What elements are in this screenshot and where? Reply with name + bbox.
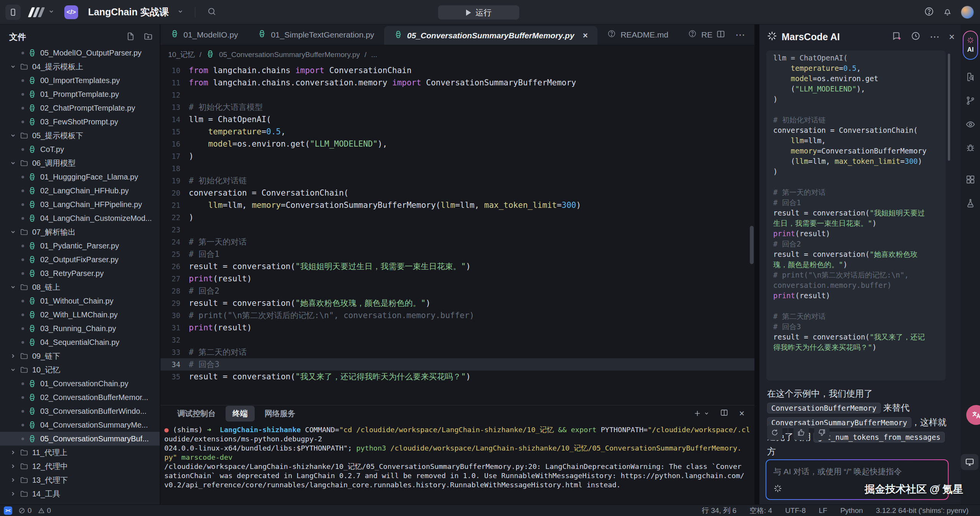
ai-chat-input[interactable] [766,460,948,482]
tree-file[interactable]: 02_OutputFixParser.py [0,253,160,266]
editor-tab[interactable]: 01_SimpleTextGeneration.py [248,24,384,45]
tree-folder[interactable]: 05_提示模板下 [0,129,160,142]
terminal-output[interactable]: ● (shims) ➜ LangChain-shizhanke COMMAND=… [160,421,754,490]
chevron-down-icon[interactable] [48,8,54,16]
tree-folder[interactable]: 14_工具 [0,487,160,501]
tree-file[interactable]: 03_RetryParser.py [0,266,160,280]
source-control-branch-icon[interactable] [965,96,975,107]
tree-file[interactable]: 01_PromptTemplate.py [0,87,160,101]
tree-file[interactable]: 05_ConversationSummaryBuf... [0,432,160,446]
file-search-icon[interactable] [965,72,975,83]
tree-folder[interactable]: 06_调用模型 [0,156,160,170]
tree-item-label: 05_提示模板下 [32,131,83,141]
folder-icon [20,448,28,457]
tree-file[interactable]: 03_FewShotPrompt.py [0,115,160,129]
status-item[interactable]: 空格: 4 [749,506,772,516]
test-flask-icon[interactable] [965,198,975,210]
close-panel-icon[interactable]: × [739,408,744,419]
breadcrumb[interactable]: 10_记忆 / 05_ConversationSummaryBufferMemo… [160,45,754,64]
new-file-icon[interactable] [126,32,135,42]
status-item[interactable]: UTF-8 [785,506,806,515]
ai-code-block[interactable]: llm = ChatOpenAI( temperature=0.5, model… [766,51,946,380]
history-icon[interactable] [911,31,921,42]
editor-tab[interactable]: 01_ModelIO.py [160,24,248,45]
search-icon[interactable] [207,7,217,18]
tree-item-label: 02_ChatPromptTemplate.py [40,104,135,113]
tree-file[interactable]: 04_ConversationSummaryMe... [0,418,160,432]
tree-file[interactable]: 00_ImportTemplates.py [0,73,160,87]
extensions-grid-icon[interactable] [965,175,975,186]
preview-eye-icon[interactable] [965,119,975,131]
tree-file[interactable]: 01_HugggingFace_Llama.py [0,170,160,184]
remote-indicator-icon[interactable]: >< [4,506,12,515]
tree-folder[interactable]: 10_记忆 [0,363,160,377]
tree-file[interactable]: 04_SequentialChain.py [0,335,160,349]
status-item[interactable]: 行 34, 列 6 [702,506,736,516]
status-item[interactable]: LF [819,506,827,515]
thumbs-up-icon[interactable] [793,425,809,440]
marscode-logo-icon[interactable] [30,7,43,17]
thumbs-down-icon[interactable] [814,425,829,440]
tree-folder[interactable]: 09_链下 [0,349,160,363]
code-editor[interactable]: 10from langchain.chains import Conversat… [160,64,754,405]
editor-tab[interactable]: 05_ConversationSummaryBufferMemory.py× [384,26,597,45]
panel-tab-网络服务[interactable]: 网络服务 [258,406,302,421]
breadcrumb-file[interactable]: 05_ConversationSummaryBufferMemory.py [219,51,360,59]
user-avatar[interactable] [961,6,974,19]
debug-bug-icon[interactable] [965,143,975,155]
tree-folder[interactable]: 13_代理下 [0,473,160,487]
status-item[interactable]: 3.12.2 64-bit ('shims': pyenv) [876,506,969,515]
code-token: # 第二天的对话 [189,346,247,358]
tree-folder[interactable]: 04_提示模板上 [0,60,160,73]
sidebar-toggle-button[interactable] [5,5,21,20]
tree-file[interactable]: 03_Running_Chain.py [0,322,160,335]
project-title[interactable]: LangChain 实战课 [88,6,169,18]
chevron-down-icon [10,160,16,166]
code-line: 10from langchain.chains import Conversat… [160,64,754,77]
tree-folder[interactable]: 08_链上 [0,280,160,294]
project-chevron-down-icon[interactable] [177,8,183,16]
panel-tab-终端[interactable]: 终端 [226,406,255,421]
input-spark-icon[interactable] [773,484,782,495]
tree-file[interactable]: 03_ConversationBufferWindo... [0,404,160,418]
tree-folder[interactable]: 12_代理中 [0,459,160,473]
help-icon[interactable] [924,7,934,18]
ai-scrollbar[interactable] [948,54,950,161]
tree-folder[interactable]: 11_代理上 [0,446,160,459]
monitor-button[interactable] [961,454,978,470]
tree-file[interactable]: 02_ConversationBufferMemor... [0,390,160,404]
tree-file[interactable]: 01_Pydantic_Parser.py [0,239,160,253]
ai-more-icon[interactable]: ⋯ [930,31,940,43]
new-chat-icon[interactable] [892,31,901,42]
tree-file[interactable]: 01_ConversationChain.py [0,377,160,390]
tree-folder[interactable]: 07_解析输出 [0,225,160,239]
ai-close-icon[interactable]: × [949,31,955,43]
panel-tab-调试控制台[interactable]: 调试控制台 [170,406,223,421]
ai-activity-badge[interactable]: AI [963,31,978,60]
tree-file[interactable]: 01_Without_Chain.py [0,294,160,308]
code-token: # 回合3 [189,358,219,371]
new-terminal-icon[interactable] [693,409,709,418]
notifications-bell-icon[interactable] [942,7,952,18]
breadcrumb-folder[interactable]: 10_记忆 [168,50,195,60]
regenerate-icon[interactable] [767,425,782,440]
editor-tab[interactable]: README.md [597,24,678,45]
more-actions-icon[interactable]: ⋯ [735,29,746,41]
editor-scrollbar[interactable] [750,226,754,264]
tree-file[interactable]: 02_ChatPromptTemplate.py [0,101,160,115]
close-tab-icon[interactable]: × [583,31,588,41]
tree-file[interactable]: 05_ModelIO_OutputParser.py [0,46,160,60]
run-button[interactable]: 运行 [438,5,519,20]
warning-count[interactable]: 0 [38,506,51,515]
error-count[interactable]: 0 [18,506,32,515]
tree-file[interactable]: 03_LangChain_HFPipeline.py [0,198,160,211]
tree-file[interactable]: 02_With_LLMChain.py [0,308,160,322]
new-folder-icon[interactable] [144,32,153,42]
split-panel-icon[interactable] [720,408,728,418]
status-item[interactable]: Python [840,506,863,515]
code-token: v0.2/api_reference/core/runnables/langch… [164,481,621,489]
split-editor-icon[interactable] [716,29,725,40]
tree-file[interactable]: CoT.py [0,142,160,156]
tree-file[interactable]: 02_LangChain_HFHub.py [0,184,160,198]
tree-file[interactable]: 04_LangChain_CustomizeMod... [0,211,160,225]
